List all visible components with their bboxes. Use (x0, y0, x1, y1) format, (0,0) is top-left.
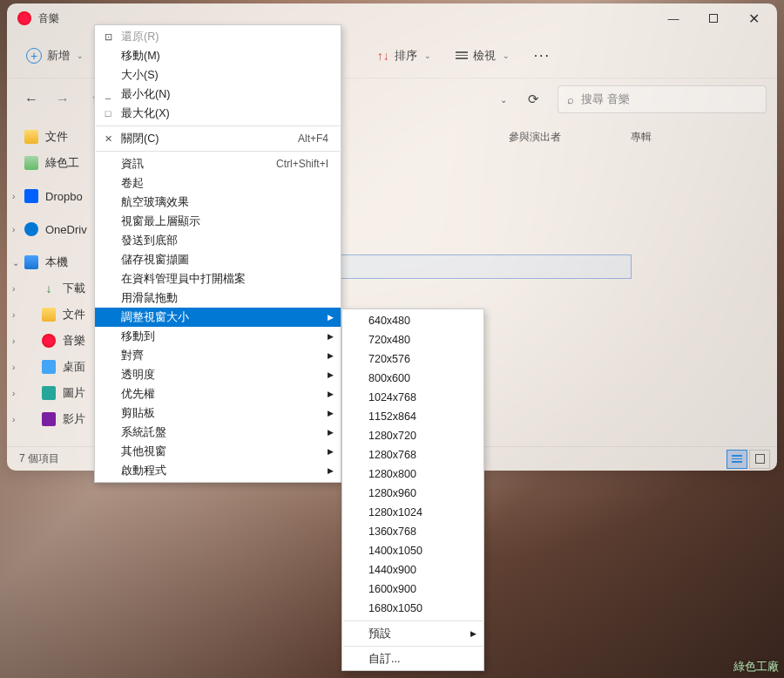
collapse-icon[interactable]: ⌄ (12, 258, 23, 268)
menu-aero[interactable]: 航空玻璃效果 (95, 193, 341, 212)
submenu-arrow-icon: ▶ (328, 390, 334, 398)
menu-size-option[interactable]: 1400x1050 (342, 541, 483, 560)
menu-close[interactable]: ✕關閉(C)Alt+F4 (95, 129, 341, 148)
forward-button[interactable]: → (49, 85, 77, 113)
menu-size-option[interactable]: 1680x1050 (342, 599, 483, 618)
submenu-arrow-icon: ▶ (328, 466, 334, 475)
system-menu: ⊡還原(R) 移動(M) 大小(S) _最小化(N) □最大化(X) ✕關閉(C… (94, 24, 341, 483)
menu-other-windows[interactable]: 其他視窗▶ (95, 442, 341, 461)
pc-icon (24, 255, 38, 269)
expand-icon[interactable]: › (12, 284, 23, 294)
menu-minimize[interactable]: _最小化(N) (95, 85, 341, 104)
music-app-icon (17, 11, 31, 25)
expand-icon[interactable]: › (12, 415, 23, 424)
view-icon (456, 51, 468, 59)
menu-size-option[interactable]: 640x480 (342, 311, 483, 330)
folder-icon (24, 156, 38, 170)
menu-priority[interactable]: 优先權▶ (95, 384, 341, 403)
menu-align[interactable]: 對齊▶ (95, 346, 341, 365)
plus-icon: + (26, 48, 42, 64)
restore-icon: ⊡ (102, 31, 114, 43)
menu-send-bottom[interactable]: 發送到底部 (95, 231, 341, 250)
submenu-arrow-icon: ▶ (328, 409, 334, 417)
window-title: 音樂 (38, 11, 653, 26)
menu-size-option[interactable]: 1280x960 (342, 484, 483, 503)
menu-restore[interactable]: ⊡還原(R) (95, 27, 341, 46)
download-icon: ↓ (42, 281, 56, 295)
chevron-down-icon: ⌄ (503, 51, 510, 60)
menu-start-program[interactable]: 啟動程式▶ (95, 461, 341, 480)
desktop-icon (42, 360, 56, 374)
sort-button[interactable]: ↑↓ 排序 ⌄ (368, 43, 440, 69)
chevron-down-icon: ⌄ (424, 51, 431, 60)
menu-maximize[interactable]: □最大化(X) (95, 104, 341, 123)
submenu-arrow-icon: ▶ (328, 447, 334, 456)
minimize-button[interactable]: — (653, 4, 693, 32)
onedrive-icon (24, 222, 38, 236)
menu-clipboard[interactable]: 剪貼板▶ (95, 403, 341, 423)
close-icon: ✕ (102, 133, 114, 145)
close-button[interactable]: ✕ (733, 4, 774, 32)
minimize-icon: _ (102, 89, 114, 99)
expand-icon[interactable]: › (12, 389, 23, 398)
menu-topmost[interactable]: 視窗最上層顯示 (95, 212, 341, 231)
submenu-arrow-icon: ▶ (328, 313, 334, 322)
menu-size-option[interactable]: 1280x800 (342, 464, 483, 484)
menu-size-option[interactable]: 1600x900 (342, 580, 483, 599)
menu-size-option[interactable]: 1440x900 (342, 560, 483, 580)
back-button[interactable]: ← (17, 85, 45, 113)
refresh-button[interactable]: ⟳ (519, 85, 547, 113)
column-album[interactable]: 專輯 (631, 130, 652, 145)
folder-icon (42, 308, 56, 322)
menu-size-option[interactable]: 1280x1024 (342, 503, 483, 522)
menu-systray[interactable]: 系統託盤▶ (95, 423, 341, 442)
sort-icon: ↑↓ (377, 49, 389, 63)
menu-info[interactable]: 資訊Ctrl+Shift+I (95, 154, 341, 173)
menu-mouse-drag[interactable]: 用滑鼠拖動 (95, 288, 341, 308)
more-button[interactable]: ··· (525, 43, 559, 69)
search-icon: ⌕ (567, 93, 574, 106)
expand-icon[interactable]: › (12, 310, 23, 320)
submenu-arrow-icon: ▶ (328, 332, 334, 341)
breadcrumb-chevron-icon[interactable]: ⌄ (491, 95, 516, 105)
menu-resize[interactable]: 調整視窗大小▶ (95, 308, 341, 327)
menu-rollup[interactable]: 卷起 (95, 173, 341, 193)
music-icon (42, 334, 56, 348)
resize-submenu: 640x480720x480720x576800x6001024x7681152… (341, 308, 484, 671)
expand-icon[interactable]: › (12, 225, 23, 234)
search-input[interactable]: ⌕ 搜尋 音樂 (558, 85, 767, 113)
expand-icon[interactable]: › (12, 192, 23, 201)
menu-custom[interactable]: 自訂... (342, 649, 483, 668)
menu-size-option[interactable]: 1024x768 (342, 388, 483, 407)
menu-size[interactable]: 大小(S) (95, 65, 341, 85)
pictures-icon (42, 386, 56, 400)
menu-size-option[interactable]: 1152x864 (342, 407, 483, 426)
menu-size-option[interactable]: 1360x768 (342, 522, 483, 541)
expand-icon[interactable]: › (12, 363, 23, 372)
menu-size-option[interactable]: 1280x720 (342, 426, 483, 445)
menu-size-option[interactable]: 720x576 (342, 349, 483, 369)
view-button[interactable]: 檢視 ⌄ (447, 43, 518, 69)
details-view-button[interactable] (727, 450, 747, 469)
maximize-button[interactable] (693, 4, 733, 32)
dropbox-icon (24, 189, 38, 203)
empty-folder-message (309, 254, 632, 279)
menu-open-explorer[interactable]: 在資料管理員中打開檔案 (95, 269, 341, 288)
submenu-arrow-icon: ▶ (470, 629, 476, 638)
menu-size-option[interactable]: 720x480 (342, 330, 483, 349)
menu-preset[interactable]: 預設▶ (342, 624, 483, 643)
maximize-icon: □ (102, 108, 114, 119)
menu-size-option[interactable]: 800x600 (342, 369, 483, 388)
expand-icon[interactable]: › (12, 336, 23, 346)
menu-transparency[interactable]: 透明度▶ (95, 365, 341, 384)
menu-save-screenshot[interactable]: 儲存視窗擷圖 (95, 250, 341, 269)
chevron-down-icon: ⌄ (77, 51, 84, 60)
column-artist[interactable]: 參與演出者 (509, 130, 631, 145)
icons-view-button[interactable] (749, 450, 770, 469)
menu-move[interactable]: 移動(M) (95, 46, 341, 65)
menu-move-to[interactable]: 移動到▶ (95, 327, 341, 346)
menu-size-option[interactable]: 1280x768 (342, 445, 483, 464)
watermark: 綠色工廠 (733, 659, 779, 675)
submenu-arrow-icon: ▶ (328, 370, 334, 379)
new-button[interactable]: + 新增 ⌄ (17, 43, 92, 69)
